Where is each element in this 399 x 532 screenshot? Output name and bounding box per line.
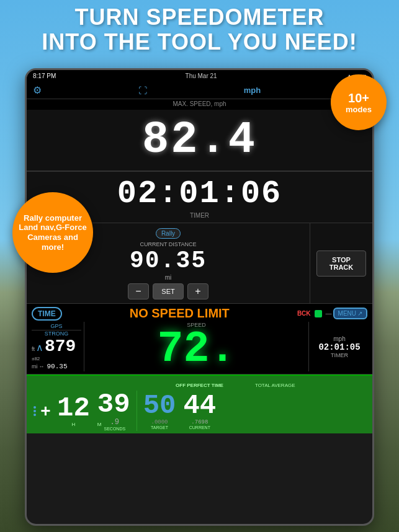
current-value: 44: [183, 392, 216, 419]
distance-plus-button[interactable]: +: [187, 283, 208, 299]
settings-icon[interactable]: ⚙: [33, 84, 42, 96]
status-bar: 8:17 PM Thu Mar 21 ▲ ■■■: [27, 70, 372, 82]
seconds-label: SECONDS: [104, 427, 125, 431]
green-indicator: [315, 310, 322, 317]
dash-indicator: —: [326, 310, 332, 317]
alt-label: ft: [32, 346, 35, 352]
bottom-strip: OFF PERFECT TIME TOTAL AVERAGE + 12 H: [27, 375, 372, 433]
menu-button[interactable]: MENU ↗: [333, 308, 367, 319]
hud-right-panel: mph 02:01:05 TIMER: [312, 335, 367, 358]
seconds-value: .9: [104, 418, 125, 427]
strip-target-section: 50 .0000 TARGET: [140, 392, 180, 430]
altitude-value: 879: [45, 337, 76, 356]
status-time: 8:17 PM: [33, 73, 56, 79]
mph-label-small: mph: [312, 335, 367, 342]
strip-plus-sign: +: [38, 401, 53, 421]
hud-section: TIME NO SPEED LIMIT BCK — MENU ↗ GPS STR…: [27, 304, 372, 375]
alt-accuracy: ±82: [32, 356, 81, 361]
strip-main-row: + 12 H 39 M .9 SECONDS: [32, 391, 367, 431]
strip-divider: [137, 391, 137, 431]
no-speed-limit-label: NO SPEED LIMIT: [66, 306, 294, 321]
distance-controls: − SET +: [33, 283, 303, 299]
strip-minutes-section: 39 M .9 SECONDS: [94, 391, 134, 431]
dot-2: [34, 410, 36, 412]
hud-center-panel: SPEED 72.: [87, 322, 306, 371]
dot-1: [34, 406, 36, 409]
menu-label: MENU: [338, 310, 356, 317]
dot-3: [34, 414, 36, 416]
distance-minus-button[interactable]: −: [128, 283, 149, 299]
odo-label: mi: [32, 363, 38, 370]
expand-icon[interactable]: ⛶: [138, 86, 147, 95]
total-avg-label: TOTAL AVERAGE: [255, 383, 295, 388]
device-frame: 8:17 PM Thu Mar 21 ▲ ■■■ ⚙ ⛶ mph ☰ MAX. …: [25, 68, 374, 526]
modes-number: 10+: [348, 91, 369, 105]
hud-timer-label: TIMER: [312, 352, 367, 358]
top-control-bar: ⚙ ⛶ mph ☰: [27, 82, 372, 99]
hud-left-panel: GPS STRONG ft ∧ 879 ±82 mi ↔ 90.35: [32, 323, 81, 370]
status-date: Thu Mar 21: [186, 73, 217, 79]
modes-bubble: 10+ modes: [331, 74, 387, 130]
rally-text: Rally computer Land nav,G-Force Cameras …: [12, 213, 93, 252]
odo-icon: ↔: [39, 363, 45, 370]
hud-divider-1: [84, 322, 84, 371]
m-label: M: [97, 422, 102, 427]
max-speed-section: MAX. SPEED, mph: [27, 99, 372, 110]
stop-track-button[interactable]: STOP TRACK: [316, 250, 366, 277]
header-line2: INTO THE TOOL YOU NEED!: [0, 30, 399, 55]
minutes-value: 39: [97, 391, 130, 418]
main-speed-value: 82.4: [27, 115, 372, 166]
max-speed-label: MAX. SPEED, mph: [27, 100, 372, 107]
strip-hours-section: 12 H: [53, 394, 94, 427]
time-badge[interactable]: TIME: [32, 307, 62, 321]
target-label: TARGET: [143, 425, 176, 430]
hud-time-value: 02:01:05: [312, 342, 367, 352]
arrow-icon: ↗: [357, 310, 362, 317]
big-speed-value: 72.: [87, 328, 306, 371]
off-perfect-label: OFF PERFECT TIME: [176, 383, 223, 388]
strip-dots: [32, 406, 38, 416]
altitude-icon: ∧: [36, 342, 43, 353]
hud-top-row: TIME NO SPEED LIMIT BCK — MENU ↗: [32, 306, 367, 321]
main-speed-display: 82.4: [27, 110, 372, 172]
odometer-value: 90.35: [47, 363, 68, 370]
rally-tab[interactable]: Rally: [156, 228, 181, 239]
header-line1: TURN SPEEDOMETER: [0, 5, 399, 30]
bck-label[interactable]: BCK: [297, 310, 311, 317]
hours-value: 12: [57, 394, 90, 422]
unit-label: mph: [244, 86, 261, 95]
target-value: 50: [143, 392, 176, 419]
gps-strong-label: STRONG: [32, 330, 81, 337]
current-label: CURRENT: [183, 425, 216, 430]
distance-set-button[interactable]: SET: [153, 283, 184, 299]
rally-bubble: Rally computer Land nav,G-Force Cameras …: [12, 192, 93, 273]
hud-divider-2: [308, 322, 309, 371]
gps-label: GPS: [32, 323, 81, 330]
header: TURN SPEEDOMETER INTO THE TOOL YOU NEED!: [0, 5, 399, 54]
strip-current-section: 44 .7698 CURRENT: [179, 392, 220, 430]
hud-main-row: GPS STRONG ft ∧ 879 ±82 mi ↔ 90.35 SPEED…: [32, 322, 367, 371]
modes-label: modes: [346, 105, 372, 114]
strip-labels-row: OFF PERFECT TIME TOTAL AVERAGE: [32, 378, 367, 389]
strip-plus-section: +: [32, 401, 53, 421]
distance-unit: mi: [33, 274, 303, 281]
rally-right: STOP TRACK: [310, 223, 372, 303]
